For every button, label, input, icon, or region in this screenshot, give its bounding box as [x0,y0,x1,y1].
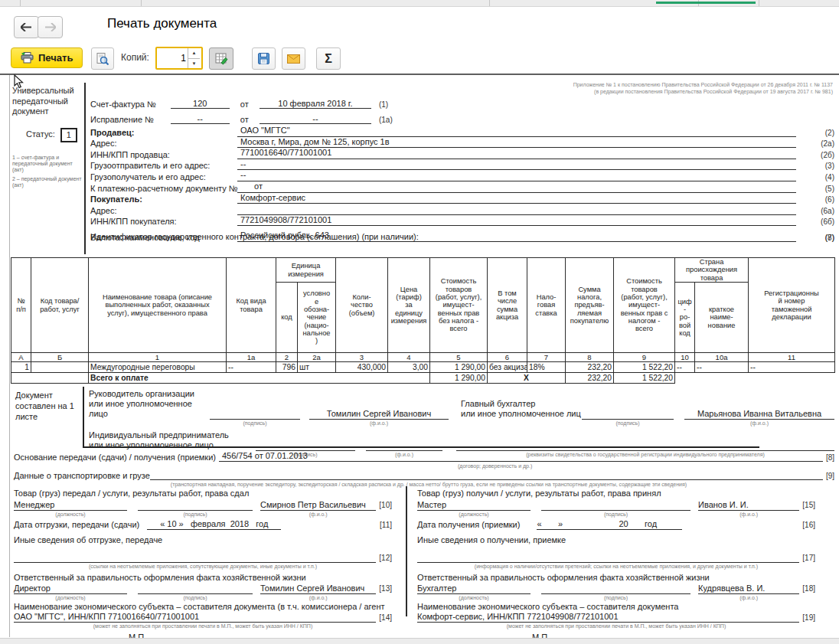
print-button[interactable]: Печать [11,47,83,68]
printer-icon [21,52,34,64]
totals-row: Всего к оплате 1 290,00 X 232,20 1 522,2… [11,373,835,384]
save-button[interactable] [252,47,276,70]
field-row: ИНН/КПП покупателя:7721049908/772101001(… [90,215,834,227]
print-preview-icon [96,53,109,65]
made-on-note: Документ составлен на 1 листе [15,390,83,422]
col-header: Код товара/ работ, услуг [31,258,89,353]
col-header: краткое наиме- нование [695,283,749,353]
email-button[interactable] [282,47,305,70]
fio-field: Томилин Сергей Иванович(ф.и.о.) [309,409,449,427]
tab-divider [20,0,21,6]
totals-label: Всего к оплате [89,373,430,384]
field-row: Адрес:Москва г, Мира, дом № 125, корпус … [90,137,834,149]
col-header: Наименование товара (описание выполненны… [89,258,227,353]
col-header: Нало- говая ставка [527,258,566,353]
field-row: Грузополучатель и его адрес:--(4) [90,170,834,181]
bottom-strip [0,638,839,644]
signature-field: (подпись) [210,409,300,427]
copies-spinner[interactable]: ▲ ▼ [155,47,203,70]
print-button-label: Печать [38,52,73,64]
basis-row: Основание передачи (сдачи) / получения (… [14,451,834,462]
forward-button[interactable] [38,16,63,38]
spinner-up-icon[interactable]: ▲ [188,48,200,59]
table-settings-button[interactable] [209,47,233,70]
col-header: код [276,283,298,353]
back-button[interactable] [14,16,39,38]
tab-divider [489,0,490,6]
columns-divider [406,486,407,616]
other-info-label: Иные сведения о получении, приемке [417,535,815,545]
items-table[interactable]: № п/п Код товара/ работ, услуг Наименова… [11,257,835,384]
invoice-number-value: 120 [171,99,230,109]
responsible-label: Ответственный за правильность оформления… [417,573,815,583]
other-info-label: Иные сведения об отгрузке, передаче [14,535,392,545]
field-row: К платежно-расчетному документу №от(5) [90,181,834,193]
fio-field: Марьянова Иванна Витальевна(ф.и.о.) [684,409,834,427]
col-header-group: Страна происхождения товара [675,258,749,283]
field-row: Грузоотправитель и его адрес:--(3) [90,159,834,171]
status-badge: 1 [60,128,77,142]
responsible-row: Бухгалтер(должность) (подпись) Кудрявцев… [417,584,815,601]
page-title: Печать документа [107,16,217,31]
field-row: Адрес:(6а) [90,204,834,215]
other-info-line: [17] [417,552,815,563]
col-header: Коли- чество (объем) [336,258,388,353]
save-icon [258,53,269,64]
basis-caption: (договор; доверенность и др.) [458,463,532,469]
column-letters-row: АБ 11а 22а 34 56 78 910 10а11 [11,353,835,362]
print-document-window: Печать документа Печать Копий: ▲ ▼ [0,0,839,644]
head-accountant-row: Руководитель организации или иное уполно… [89,389,834,427]
col-header: Код вида товара [227,258,276,353]
sidebar-divider [84,83,86,254]
receive-signer-row: Мастер(должность) (подпись) Иванов И. И.… [417,500,815,518]
email-icon [287,54,300,64]
page-edge-line [9,75,10,637]
field-row: Продавец:ОАО "МГТС"(2) [90,126,834,137]
transfer-title: Товар (груз) передал / услуги, результат… [14,489,392,499]
correction-row: Исправление № -- от -- (1а) [90,109,412,124]
invoice-number-row: Счет-фактура № 120 от 10 февраля 2018 г.… [90,93,412,109]
toolbar-separator [0,74,839,75]
sum-button[interactable]: Σ [316,47,341,70]
copies-input[interactable] [157,48,188,68]
status-label: Статус: [26,129,55,140]
field-row: ИНН/КПП продавца:7710016640/771001001(2б… [90,148,834,159]
header-fields: Продавец:ОАО "МГТС"(2) Адрес:Москва г, М… [90,126,834,242]
contract-id-row: Идентификатор государственного контракта… [90,231,834,242]
col-header: № п/п [11,258,31,353]
tab-divider [141,0,142,6]
status-note-2: 2 – передаточный документ (акт) [12,176,83,188]
invoice-date-value: 10 февраля 2018 г. [260,99,371,109]
col-header: Регистрационны й номер таможенной деклар… [749,258,835,353]
active-tab-indicator[interactable] [656,2,756,4]
col-header: Стоимость товаров (работ, услуг), имущес… [430,258,488,353]
annex-note: Приложение № 1 к постановлению Правитель… [573,82,833,95]
table-edit-icon [215,53,228,65]
responsible-row: Директор(должность) (подпись) Томилин Се… [14,584,392,601]
signatures-block: Руководитель организации или иное уполно… [89,389,834,458]
transport-caption: (транспортная накладная, поручение экспе… [46,481,811,488]
tab-strip[interactable] [0,0,839,7]
receive-date-row: Дата получения (приемки) « » 20 год [16] [417,519,815,530]
status-note-1: 1 – счет-фактура и передаточный документ… [12,155,83,173]
invoice-header: Счет-фактура № 120 от 10 февраля 2018 г.… [90,93,412,124]
col-header-group: Единица измерения [276,258,336,283]
transport-value [150,469,823,480]
forward-arrow-icon [44,23,56,31]
spinner-down-icon[interactable]: ▼ [188,59,200,69]
col-header: Сумма налога, предъяв- ляемая покупателю [566,258,614,353]
responsible-label: Ответственный за правильность оформления… [14,573,392,583]
ship-date-row: Дата отгрузки, передачи (сдачи) « 10 » ф… [14,519,392,530]
item-row[interactable]: 1 Междугородные переговоры -- 796 шт 430… [11,362,835,373]
receive-title: Товар (груз) получил / услуги, результат… [417,489,815,499]
print-preview-button[interactable] [91,47,114,70]
field-row: Покупатель:Комфорт-сервис(6) [90,193,834,204]
copies-label: Копий: [121,52,149,63]
contract-id-line [427,231,796,242]
document-type-panel: Универсальный передаточный документ Стат… [12,86,83,188]
subject-row: ОАО "МГТС", ИНН/КПП 7710016640/771001001… [14,612,392,623]
transport-row: Данные о транспортировке и грузе [9] [14,469,834,480]
signatures-box-border [83,387,84,446]
subject-label: Наименование экономического субъекта – с… [14,602,392,612]
col-header: Стоимость товаров (работ, услуг), имущес… [614,258,675,353]
